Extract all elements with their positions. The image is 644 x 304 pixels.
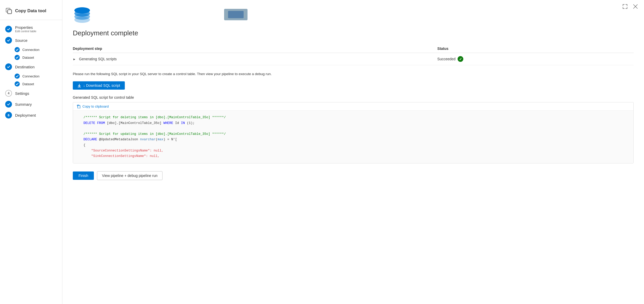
code-line-blank: [83, 126, 628, 131]
info-text: Please run the following SQL script in y…: [73, 71, 634, 77]
table-row: ► Generating SQL scripts Succeeded ✓: [73, 53, 634, 65]
source-connection-circle: [15, 47, 20, 52]
status-cell: Succeeded ✓: [437, 53, 634, 65]
source-dataset-circle: [15, 55, 20, 60]
download-btn-label: ↓ Download SQL script: [83, 83, 120, 88]
finish-button[interactable]: Finish: [73, 171, 94, 180]
sql-label: Generated SQL script for control table: [73, 95, 634, 100]
destination-dataset-item[interactable]: Dataset: [15, 80, 62, 88]
sidebar-item-settings[interactable]: 4 Settings: [0, 88, 62, 99]
destination-dataset-label: Dataset: [22, 82, 34, 86]
deployment-step-cell: ► Generating SQL scripts: [73, 53, 437, 65]
source-subitems: Connection Dataset: [0, 46, 62, 61]
step-circle-settings: 4: [5, 90, 12, 97]
code-line-4: DECLARE @UpdatedMetadataJson nvarchar(ma…: [83, 137, 628, 142]
sidebar-item-summary[interactable]: Summary: [0, 99, 62, 110]
sidebar-item-deployment[interactable]: 6 Deployment: [0, 110, 62, 121]
nav-label-summary: Summary: [15, 102, 32, 107]
connector: [105, 9, 248, 20]
code-line-5: {: [83, 143, 628, 148]
main-content: Deployment complete Deployment step Stat…: [62, 0, 644, 304]
copy-label: Copy to clipboard: [82, 104, 109, 108]
top-bar: [622, 3, 639, 11]
nav-label-destination: Destination: [15, 65, 35, 69]
sidebar-item-source[interactable]: Source: [0, 35, 62, 46]
step-label: Generating SQL scripts: [79, 57, 117, 61]
svg-rect-11: [78, 105, 80, 108]
source-connection-label: Connection: [22, 48, 40, 52]
nav-label-source: Source: [15, 38, 28, 43]
source-connection-item[interactable]: Connection: [15, 46, 62, 54]
app-title: Copy Data tool: [15, 8, 46, 14]
view-pipeline-button[interactable]: View pipeline + debug pipeline run: [97, 171, 162, 180]
destination-connection-circle: [15, 74, 20, 79]
clipboard-icon: [77, 105, 80, 108]
content-area: Deployment complete Deployment step Stat…: [62, 27, 644, 190]
code-line-7: "SinkConnectionSettingsName": null,: [83, 154, 628, 159]
sidebar-item-destination[interactable]: Destination: [0, 61, 62, 72]
close-button[interactable]: [632, 3, 639, 11]
svg-rect-1: [8, 10, 11, 14]
page-title: Deployment complete: [73, 29, 634, 37]
destination-dataset-circle: [15, 81, 20, 87]
source-dataset-item[interactable]: Dataset: [15, 54, 62, 61]
destination-connection-label: Connection: [22, 74, 40, 78]
nav-subtitle-properties: Edit control table: [15, 30, 36, 33]
status-row: Succeeded ✓: [437, 56, 630, 62]
sql-code-body[interactable]: /****** Script for deleting items in [db…: [73, 111, 633, 163]
step-circle-deployment: 6: [5, 112, 12, 118]
expand-icon: [623, 4, 627, 9]
source-dataset-label: Dataset: [22, 56, 34, 60]
expand-button[interactable]: [622, 3, 628, 11]
step-circle-destination: [5, 63, 12, 70]
svg-point-8: [74, 7, 90, 14]
sql-code-container: Copy to clipboard /****** Script for del…: [73, 102, 634, 163]
logos-area: [62, 0, 644, 27]
nav-label-deployment: Deployment: [15, 113, 36, 117]
destination-subitems: Connection Dataset: [0, 72, 62, 88]
status-text: Succeeded: [437, 57, 456, 61]
close-icon: [633, 4, 638, 9]
code-line-6: "SourceConnectionSettingsName": null,: [83, 148, 628, 154]
deployment-table: Deployment step Status ► Generating SQL …: [73, 44, 634, 65]
col-header-status: Status: [437, 44, 634, 53]
step-circle-source: [5, 37, 12, 44]
code-line-3: /****** Script for updating items in [db…: [83, 131, 628, 137]
status-check-icon: ✓: [458, 56, 463, 62]
expand-row-icon[interactable]: ►: [73, 57, 76, 61]
copy-data-icon: [5, 7, 12, 15]
download-icon: [77, 84, 81, 87]
col-header-step: Deployment step: [73, 44, 437, 53]
source-logo: [73, 5, 92, 24]
sidebar: Copy Data tool Properties Edit control t…: [0, 0, 62, 304]
code-line-2: DELETE FROM [dbo].[MainControlTable_35o]…: [83, 121, 628, 126]
app-title-area: Copy Data tool: [0, 4, 62, 20]
nav-label-settings: Settings: [15, 91, 29, 96]
nav-label-properties: Properties: [15, 25, 36, 30]
copy-to-clipboard-button[interactable]: Copy to clipboard: [73, 102, 633, 111]
destination-connection-item[interactable]: Connection: [15, 72, 62, 80]
code-line-1: /****** Script for deleting items in [db…: [83, 115, 628, 120]
step-circle-properties: [5, 26, 12, 32]
sidebar-item-properties[interactable]: Properties Edit control table: [0, 23, 62, 35]
download-sql-button[interactable]: ↓ Download SQL script: [73, 81, 125, 90]
footer-buttons: Finish View pipeline + debug pipeline ru…: [73, 171, 634, 180]
destination-logo: [224, 9, 248, 20]
step-circle-summary: [5, 101, 12, 108]
